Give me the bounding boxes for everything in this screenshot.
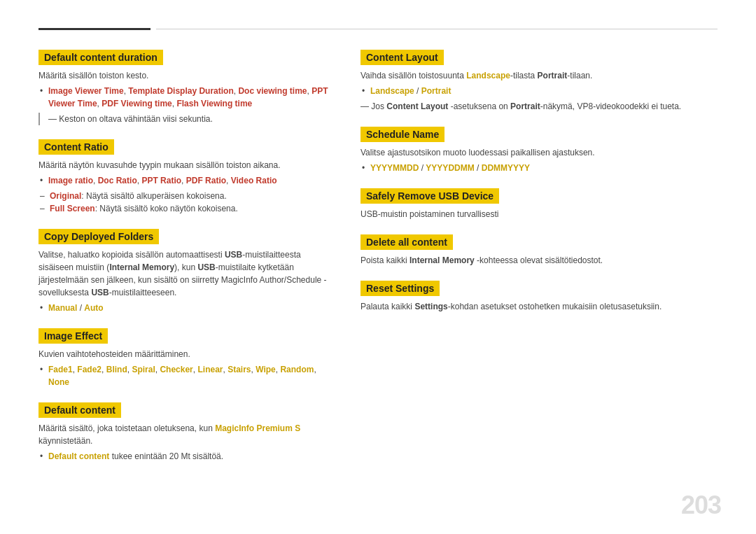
sep3: /: [477, 163, 482, 173]
link-template-display: Template Display Duration: [128, 86, 233, 96]
desc-reset-settings: Palauta kaikki Settings-kohdan asetukset…: [360, 300, 718, 313]
heading-copy-deployed: Copy Deployed Folders: [38, 229, 159, 244]
sep: /: [416, 86, 421, 96]
link-default-content: Default content: [48, 451, 109, 461]
desc-delete-all-content: Poista kaikki Internal Memory -kohteessa…: [360, 254, 718, 267]
link-linear: Linear: [197, 365, 223, 374]
link-yyyymmdd: YYYYMMDD: [370, 163, 419, 173]
link-wipe: Wipe: [255, 365, 276, 374]
list-item-manual-auto: Manual / Auto: [48, 302, 332, 314]
heading-default-content-duration: Default content duration: [38, 50, 163, 65]
desc-content-ratio: Määritä näytön kuvasuhde tyypin mukaan s…: [38, 159, 332, 171]
link-fullscreen: Full Screen: [50, 204, 95, 213]
list-content-ratio: Image ratio, Doc Ratio, PPT Ratio, PDF R…: [38, 174, 332, 187]
page-container: Default content duration Määritä sisällö…: [0, 0, 756, 498]
section-copy-deployed: Copy Deployed Folders Valitse, haluatko …: [38, 229, 332, 314]
link-blind: Blind: [106, 365, 127, 374]
link-ddmmyyyy: DDMMYYYY: [482, 163, 530, 173]
desc-safely-remove-usb: USB-muistin poistaminen turvallisesti: [360, 208, 718, 220]
sub-list-ratio: Original: Näytä sisältö alkuperäisen kok…: [38, 190, 332, 215]
link-pdf-ratio: PDF Ratio: [186, 176, 226, 185]
link-stairs: Stairs: [227, 365, 251, 374]
section-default-content-duration: Default content duration Määritä sisällö…: [38, 50, 332, 125]
link-original: Original: [50, 191, 81, 201]
section-image-effect: Image Effect Kuvien vaihtotehosteiden mä…: [38, 328, 332, 388]
list-default-content-duration: Image Viewer Time, Template Display Dura…: [38, 85, 332, 110]
link-flash-viewing: Flash Viewing time: [176, 99, 252, 108]
section-delete-all-content: Delete all content Poista kaikki Interna…: [360, 234, 718, 267]
link-random: Random: [280, 365, 314, 374]
desc-copy-deployed: Valitse, haluatko kopioida sisällön auto…: [38, 248, 332, 299]
link-manual: Manual: [48, 303, 77, 313]
link-fade1: Fade1: [48, 365, 73, 374]
section-schedule-name: Schedule Name Valitse ajastusotsikon muo…: [360, 127, 718, 174]
link-fade2: Fade2: [77, 365, 102, 374]
section-reset-settings: Reset Settings Palauta kaikki Settings-k…: [360, 281, 718, 313]
section-safely-remove-usb: Safely Remove USB Device USB-muistin poi…: [360, 188, 718, 220]
link-image-ratio: Image ratio: [48, 176, 93, 185]
list-item-date-formats: YYYYMMDD / YYYYDDMM / DDMMYYYY: [370, 162, 718, 174]
section-content-ratio: Content Ratio Määritä näytön kuvasuhde t…: [38, 139, 332, 215]
heading-safely-remove-usb: Safely Remove USB Device: [360, 188, 499, 204]
heading-image-effect: Image Effect: [38, 328, 108, 344]
link-image-viewer-time: Image Viewer Time: [48, 86, 124, 96]
list-item: Image Viewer Time, Template Display Dura…: [48, 85, 332, 110]
page-number: 203: [681, 491, 721, 520]
sub-item-original: Original: Näytä sisältö alkuperäisen kok…: [50, 190, 332, 202]
link-spiral: Spiral: [132, 365, 155, 374]
link-portrait-option: Portrait: [421, 86, 451, 96]
top-divider: [38, 28, 718, 30]
divider-right: [156, 29, 718, 29]
two-column-layout: Default content duration Määritä sisällö…: [38, 50, 718, 477]
desc-content-layout: Vaihda sisällön toistosuunta Landscape-t…: [360, 69, 718, 82]
heading-reset-settings: Reset Settings: [360, 281, 440, 296]
sub-item-fullscreen: Full Screen: Näytä sisältö koko näytön k…: [50, 202, 332, 215]
list-content-layout: Landscape / Portrait: [360, 85, 718, 97]
link-auto: Auto: [84, 303, 103, 313]
list-item-effects: Fade1, Fade2, Blind, Spiral, Checker, Li…: [48, 363, 332, 388]
heading-delete-all-content: Delete all content: [360, 234, 453, 250]
link-checker: Checker: [160, 365, 192, 374]
desc-image-effect: Kuvien vaihtotehosteiden määrittäminen.: [38, 348, 332, 360]
heading-schedule-name: Schedule Name: [360, 127, 444, 142]
list-item-default: Default content tukee enintään 20 Mt sis…: [48, 450, 332, 463]
link-yyyyddmm: YYYYDDMM: [426, 163, 474, 173]
list-schedule-name: YYYYMMDD / YYYYDDMM / DDMMYYYY: [360, 162, 718, 174]
list-copy-deployed: Manual / Auto: [38, 302, 332, 314]
link-magicinfo: MagicInfo Premium S: [215, 423, 300, 433]
link-pdf-viewing: PDF Viewing time: [102, 99, 172, 108]
desc-schedule-name: Valitse ajastusotsikon muoto luodessasi …: [360, 146, 718, 159]
left-column: Default content duration Määritä sisällö…: [38, 50, 332, 477]
list-image-effect: Fade1, Fade2, Blind, Spiral, Checker, Li…: [38, 363, 332, 388]
desc-default-content-duration: Määritä sisällön toiston kesto.: [38, 69, 332, 82]
link-video-ratio: Video Ratio: [231, 176, 277, 185]
list-item-landscape-portrait: Landscape / Portrait: [370, 85, 718, 97]
list-item-ratio: Image ratio, Doc Ratio, PPT Ratio, PDF R…: [48, 174, 332, 187]
divider-left: [38, 28, 150, 30]
note-content-layout: — Jos Content Layout -asetuksena on Port…: [360, 100, 718, 113]
link-landscape: Landscape: [466, 71, 510, 80]
right-column: Content Layout Vaihda sisällön toistosuu…: [360, 50, 718, 477]
link-landscape-option: Landscape: [370, 86, 414, 96]
heading-default-content: Default content: [38, 402, 121, 418]
section-content-layout: Content Layout Vaihda sisällön toistosuu…: [360, 50, 718, 113]
link-none: None: [48, 377, 69, 387]
link-doc-ratio: Doc Ratio: [98, 176, 137, 185]
desc-default-content: Määritä sisältö, joka toistetaan oletuks…: [38, 422, 332, 447]
note-default-content-duration: — Keston on oltava vähintään viisi sekun…: [38, 113, 332, 125]
heading-content-ratio: Content Ratio: [38, 139, 114, 155]
heading-content-layout: Content Layout: [360, 50, 444, 65]
link-doc-viewing: Doc viewing time: [238, 86, 307, 96]
list-default-content: Default content tukee enintään 20 Mt sis…: [38, 450, 332, 463]
section-default-content: Default content Määritä sisältö, joka to…: [38, 402, 332, 463]
link-ppt-ratio: PPT Ratio: [141, 176, 181, 185]
